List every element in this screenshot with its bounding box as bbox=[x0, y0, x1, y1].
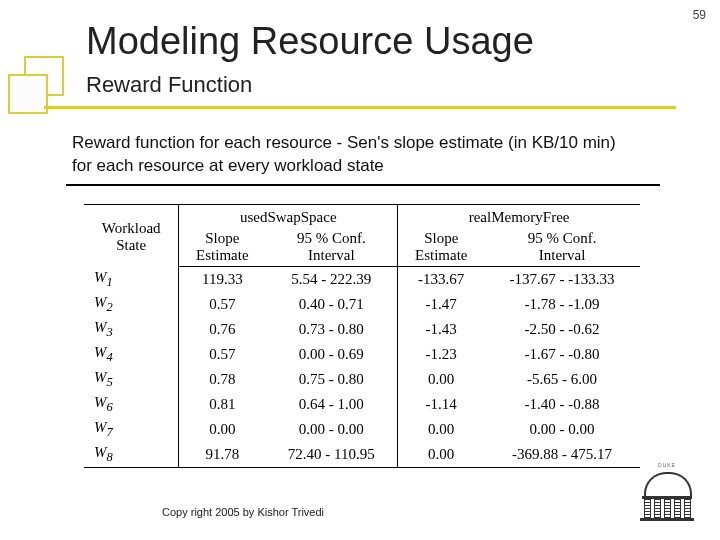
slide-title: Modeling Resource Usage bbox=[86, 20, 534, 63]
cell-a-slope: 91.78 bbox=[179, 442, 266, 468]
cell-a-ci: 0.73 - 0.80 bbox=[265, 317, 397, 342]
cell-b-ci: -1.67 - -0.80 bbox=[484, 342, 640, 367]
table-row: W891.7872.40 - 110.950.00-369.88 - 475.1… bbox=[84, 442, 640, 468]
body-underline bbox=[66, 184, 660, 186]
th-group-a: usedSwapSpace bbox=[179, 205, 398, 229]
cell-a-ci: 5.54 - 222.39 bbox=[265, 267, 397, 292]
cell-state: W2 bbox=[84, 292, 179, 317]
table-row: W30.760.73 - 0.80-1.43-2.50 - -0.62 bbox=[84, 317, 640, 342]
cell-b-ci: 0.00 - 0.00 bbox=[484, 417, 640, 442]
table-body: W1119.335.54 - 222.39-133.67-137.67 - -1… bbox=[84, 267, 640, 468]
logo-label: DUKE bbox=[644, 462, 690, 468]
th-b-ci: 95 % Conf. Interval bbox=[484, 228, 640, 267]
slide-subtitle: Reward Function bbox=[86, 72, 252, 98]
cell-a-ci: 0.00 - 0.69 bbox=[265, 342, 397, 367]
cell-state: W6 bbox=[84, 392, 179, 417]
cell-a-slope: 0.78 bbox=[179, 367, 266, 392]
cell-a-slope: 0.57 bbox=[179, 292, 266, 317]
cell-a-slope: 0.00 bbox=[179, 417, 266, 442]
cell-b-ci: -137.67 - -133.33 bbox=[484, 267, 640, 292]
cell-state: W1 bbox=[84, 267, 179, 292]
table-row: W20.570.40 - 0.71-1.47-1.78 - -1.09 bbox=[84, 292, 640, 317]
cell-a-slope: 0.81 bbox=[179, 392, 266, 417]
cell-b-slope: -133.67 bbox=[398, 267, 485, 292]
cell-b-ci: -2.50 - -0.62 bbox=[484, 317, 640, 342]
cell-state: W3 bbox=[84, 317, 179, 342]
data-table-wrap: Workload State usedSwapSpace realMemoryF… bbox=[84, 204, 640, 468]
th-b-slope: Slope Estimate bbox=[398, 228, 485, 267]
cell-b-ci: -1.40 - -0.88 bbox=[484, 392, 640, 417]
cell-b-slope: 0.00 bbox=[398, 442, 485, 468]
cell-a-slope: 119.33 bbox=[179, 267, 266, 292]
table-row: W70.000.00 - 0.000.000.00 - 0.00 bbox=[84, 417, 640, 442]
data-table: Workload State usedSwapSpace realMemoryF… bbox=[84, 204, 640, 468]
cell-a-ci: 0.75 - 0.80 bbox=[265, 367, 397, 392]
cell-a-slope: 0.57 bbox=[179, 342, 266, 367]
table-row: W1119.335.54 - 222.39-133.67-137.67 - -1… bbox=[84, 267, 640, 292]
title-underline bbox=[44, 106, 676, 109]
cell-b-slope: -1.14 bbox=[398, 392, 485, 417]
table-row: W50.780.75 - 0.800.00-5.65 - 6.00 bbox=[84, 367, 640, 392]
cell-b-slope: 0.00 bbox=[398, 417, 485, 442]
table-row: W60.810.64 - 1.00-1.14-1.40 - -0.88 bbox=[84, 392, 640, 417]
institution-logo: DUKE bbox=[644, 466, 690, 522]
page-number: 59 bbox=[693, 8, 706, 22]
th-group-b: realMemoryFree bbox=[398, 205, 640, 229]
cell-b-ci: -5.65 - 6.00 bbox=[484, 367, 640, 392]
cell-a-ci: 0.64 - 1.00 bbox=[265, 392, 397, 417]
cell-state: W5 bbox=[84, 367, 179, 392]
copyright: Copy right 2005 by Kishor Trivedi bbox=[162, 506, 324, 518]
cell-a-ci: 0.40 - 0.71 bbox=[265, 292, 397, 317]
cell-b-ci: -1.78 - -1.09 bbox=[484, 292, 640, 317]
cell-b-slope: -1.43 bbox=[398, 317, 485, 342]
cell-state: W4 bbox=[84, 342, 179, 367]
cell-b-ci: -369.88 - 475.17 bbox=[484, 442, 640, 468]
body-text: Reward function for each resource - Sen'… bbox=[72, 132, 632, 178]
cell-a-ci: 0.00 - 0.00 bbox=[265, 417, 397, 442]
cell-state: W7 bbox=[84, 417, 179, 442]
cell-a-ci: 72.40 - 110.95 bbox=[265, 442, 397, 468]
th-a-ci: 95 % Conf. Interval bbox=[265, 228, 397, 267]
cell-state: W8 bbox=[84, 442, 179, 468]
cell-a-slope: 0.76 bbox=[179, 317, 266, 342]
th-state: Workload State bbox=[84, 205, 179, 267]
cell-b-slope: -1.23 bbox=[398, 342, 485, 367]
cell-b-slope: 0.00 bbox=[398, 367, 485, 392]
cell-b-slope: -1.47 bbox=[398, 292, 485, 317]
table-row: W40.570.00 - 0.69-1.23-1.67 - -0.80 bbox=[84, 342, 640, 367]
title-motif bbox=[0, 56, 96, 112]
th-a-slope: Slope Estimate bbox=[179, 228, 266, 267]
